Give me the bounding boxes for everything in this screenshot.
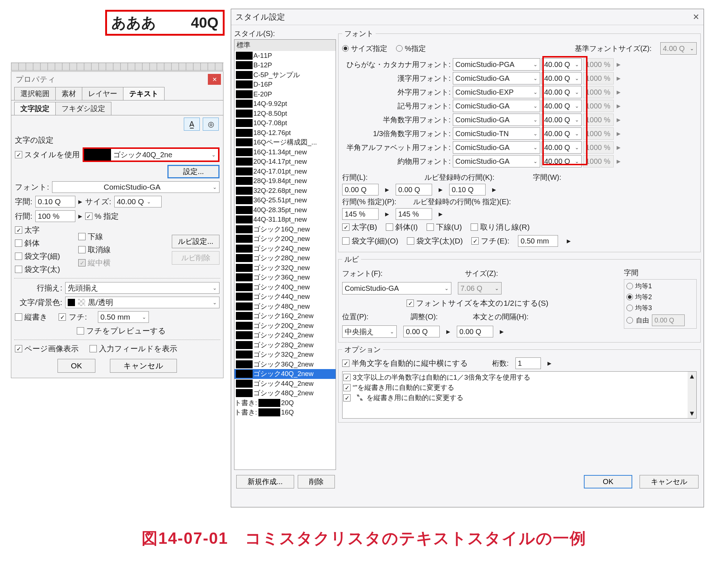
line-l-input[interactable]: 0.00 Q [342,184,379,195]
style-list-item[interactable]: ゴシック20Q_new [234,234,336,244]
style-list-item[interactable]: 14Q-9.92pt [234,99,336,109]
line-input[interactable]: 100 % [35,210,75,222]
cancel-button[interactable]: キャンセル [110,359,177,373]
font-select[interactable]: ComicStudio-GA⌄ [52,181,219,193]
style-list-item[interactable]: 20Q-14.17pt_new [234,157,336,167]
radio-pct-spec[interactable]: %指定 [396,44,426,54]
delete-style-button[interactable]: 削除 [298,475,335,488]
style-list-item[interactable]: ゴシック24Q_2new [234,330,336,340]
radio-size-spec[interactable]: サイズ指定 [342,44,387,54]
kerning-input[interactable]: 0.10 Q [35,196,75,207]
option-list-item[interactable]: 〝〟を縦書き用に自動的に変更する [343,393,696,403]
font-q-select[interactable]: 40.00 Q⌄ [542,155,582,167]
style-list-item[interactable]: ゴシック40Q_new [234,282,336,292]
ruby-font-select[interactable]: ComicStudio-GA⌄ [342,282,451,294]
option-check[interactable] [343,374,351,381]
line-pct-input[interactable]: 145 % [342,208,379,220]
style-list-item[interactable]: D-16P [234,80,336,90]
new-style-button[interactable]: 新規作成... [236,475,294,488]
ruby-k-input[interactable]: 0.00 Q [396,184,432,195]
show-input-field-check[interactable]: 入力フィールドを表示 [90,344,177,354]
font-q-select[interactable]: 40.00 Q⌄ [542,114,582,126]
strike-check[interactable]: 取消線 [78,245,111,255]
style-list-item[interactable]: ゴシック32Q_new [234,263,336,273]
option-check[interactable] [343,394,351,401]
style-list-item[interactable]: 36Q-25.51pt_new [234,195,336,205]
style-list-item[interactable]: 10Q-7.08pt [234,118,336,128]
ruby-kern-3[interactable]: 均等3 [626,304,694,312]
style-list-item[interactable]: ゴシック28Q_new [234,253,336,263]
style-list-item[interactable]: 28Q-19.84pt_new [234,176,336,186]
arrow-right-icon[interactable]: ▶ [385,187,389,193]
font-q-select[interactable]: 40.00 Q⌄ [542,141,582,154]
style-list-item[interactable]: ゴシック20Q_2new [234,321,336,331]
tab-material[interactable]: 素材 [55,87,82,100]
style-list-item[interactable]: ゴシック16Q_new [234,225,336,234]
style-list-item[interactable]: ゴシック28Q_2new [234,340,336,350]
subtab-char-settings[interactable]: 文字設定 [14,102,56,115]
style-list-item[interactable]: ゴシック24Q_new [234,244,336,254]
subtab-balloon-settings[interactable]: フキダシ設定 [55,102,111,115]
arrow-right-icon[interactable]: ▶ [439,211,443,217]
outline-thin-o-check[interactable]: 袋文字(細)(O) [342,236,398,246]
dialog-cancel-button[interactable]: キャンセル [640,475,699,488]
style-list-item[interactable]: ト書き:16Q [234,408,336,417]
arrow-right-icon[interactable]: ▶ [547,360,551,366]
show-page-image-check[interactable]: ページ画像表示 [15,344,79,354]
underline-check[interactable]: 下線 [78,231,111,242]
arrow-right-icon[interactable]: ▶ [446,329,450,334]
style-list-item[interactable]: 44Q-31.18pt_new [234,215,336,225]
style-list-item[interactable]: ゴシック40Q_2new [234,369,336,379]
style-list-item[interactable]: ゴシック44Q_2new [234,379,336,389]
outline-thin-check[interactable]: 袋文字(細) [15,251,60,261]
option-list[interactable]: 3文字以上の半角数字は自動的に1／3倍角文字を使用する“”を縦書き用に自動的に変… [342,371,697,419]
arrow-right-icon[interactable]: ▶ [78,213,82,219]
ruby-pos-select[interactable]: 中央揃え⌄ [342,325,397,338]
edge-input[interactable]: 0.50 mm⌄ [98,311,149,323]
font-name-select[interactable]: ComicStudio-GA⌄ [453,155,540,167]
arrow-right-icon[interactable]: ▶ [492,187,496,193]
style-list-item[interactable]: ゴシック48Q_2new [234,388,336,398]
tab-text[interactable]: テキスト [123,87,165,100]
ruby-kern-free[interactable]: 自由 0.00 Q [626,314,694,326]
ruby-gap-input[interactable]: 0.00 Q [457,326,493,337]
font-name-select[interactable]: ComicStudio-EXP⌄ [453,86,540,98]
text-frame-icon[interactable]: A̲ [184,118,200,131]
font-name-select[interactable]: ComicStudio-TN⌄ [453,127,540,140]
style-list-item[interactable]: 24Q-17.01pt_new [234,167,336,177]
kern-w-input[interactable]: 0.10 Q [449,184,486,195]
style-list-item[interactable]: ゴシック44Q_new [234,292,336,302]
ruby-kern-2[interactable]: 均等2 [626,293,694,301]
percent-spec-check[interactable]: % 指定 [85,211,119,221]
style-list-item[interactable]: ゴシック48Q_new [234,302,336,312]
scrollbar[interactable]: ▲▼ [688,372,696,418]
font-q-select[interactable]: 40.00 Q⌄ [542,72,582,84]
edge-e-check[interactable]: フチ(E): [471,236,509,246]
outline-thick-d-check[interactable]: 袋文字(太)(D) [407,236,463,246]
close-button[interactable]: ✕ [208,74,221,85]
option-list-item[interactable]: 3文字以上の半角数字は自動的に1／3倍角文字を使用する [343,372,696,383]
bold-b-check[interactable]: 太字(B) [342,222,377,232]
style-list-item[interactable]: ゴシック36Q_new [234,273,336,282]
font-q-select[interactable]: 40.00 Q⌄ [542,86,582,98]
style-list-item[interactable]: 16Qページ構成図_... [234,138,336,147]
style-list-item[interactable]: ゴシック16Q_2new [234,311,336,321]
style-list-item[interactable]: A-11P [234,51,336,61]
style-list-item[interactable]: B-12P [234,60,336,70]
arrow-right-icon[interactable]: ▶ [78,199,82,205]
preview-edge-check[interactable]: フチをプレビューする [77,326,166,336]
option-check[interactable] [343,384,351,391]
font-name-select[interactable]: ComicStudio-GA⌄ [453,72,540,84]
style-select[interactable]: ゴシック40Q_2ne ⌄ [83,147,219,162]
option-list-item[interactable]: “”を縦書き用に自動的に変更する [343,383,696,393]
style-settings-button[interactable]: 設定... [167,165,219,178]
ruby-adj-input[interactable]: 0.00 Q [403,326,440,337]
use-style-check[interactable]: スタイルを使用 [15,150,80,160]
font-name-select[interactable]: ComicStudio-GA⌄ [453,100,540,112]
arrow-right-icon[interactable]: ▶ [500,329,504,334]
ok-button[interactable]: OK [58,359,95,373]
text-target-icon[interactable]: ◎ [203,118,219,131]
bold-check[interactable]: 太字 [15,225,60,235]
italic-i-check[interactable]: 斜体(I) [386,222,418,232]
dialog-ok-button[interactable]: OK [584,475,632,488]
